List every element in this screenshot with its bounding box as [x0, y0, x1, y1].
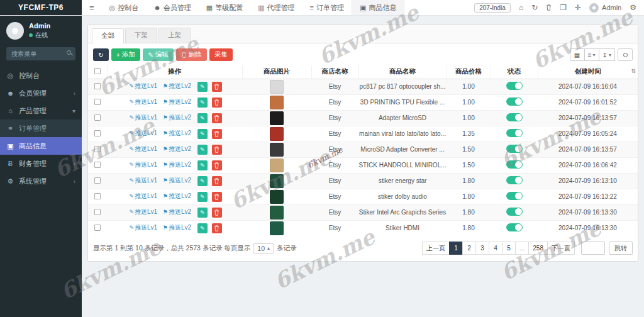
row-delete-button[interactable] [212, 223, 222, 233]
row-checkbox[interactable] [94, 146, 101, 152]
row-edit-button[interactable]: ✎ [197, 113, 208, 123]
row-edit-button[interactable]: ✎ [197, 208, 208, 218]
tab-on-shelf[interactable]: 上架 [158, 28, 191, 43]
sidebar-item-product-info[interactable]: ▣商品信息 [0, 137, 82, 155]
push-lv2-link[interactable]: ⚑推送Lv2 [163, 98, 191, 105]
row-edit-button[interactable]: ✎ [197, 223, 208, 233]
status-toggle[interactable] [506, 208, 523, 216]
search-input[interactable] [6, 47, 75, 60]
topbar-item-levels[interactable]: ▦等级配置 [199, 0, 250, 15]
push-lv1-link[interactable]: ✎推送Lv1 [129, 145, 157, 152]
page-button-4[interactable]: 4 [489, 242, 502, 255]
push-lv2-link[interactable]: ⚑推送Lv2 [163, 82, 191, 89]
row-edit-button[interactable]: ✎ [197, 82, 208, 92]
header-status[interactable]: 状态 [491, 65, 538, 79]
row-checkbox[interactable] [94, 130, 101, 136]
push-lv2-link[interactable]: ⚑推送Lv2 [163, 208, 191, 215]
row-checkbox[interactable] [94, 162, 101, 168]
row-checkbox[interactable] [94, 83, 101, 89]
topbar-item-agents[interactable]: ▥代理管理 [250, 0, 302, 15]
row-delete-button[interactable] [212, 176, 222, 186]
push-lv2-link[interactable]: ⚑推送Lv2 [163, 145, 191, 152]
push-lv1-link[interactable]: ✎推送Lv1 [129, 192, 157, 199]
status-toggle[interactable] [506, 223, 523, 231]
row-checkbox[interactable] [94, 114, 101, 121]
sidebar-item-finance[interactable]: Ƀ财务管理‹ [0, 155, 82, 172]
sidebar-toggle-button[interactable]: ≡ [82, 0, 102, 15]
page-size-select[interactable]: 10▴ [253, 243, 274, 253]
row-edit-button[interactable]: ✎ [197, 176, 208, 186]
header-created-time[interactable]: 创建时间⇅ [538, 65, 638, 79]
row-checkbox[interactable] [94, 193, 101, 199]
trash-icon[interactable] [546, 4, 552, 11]
next-page-button[interactable]: 下一页 [547, 242, 575, 255]
columns-button[interactable]: ≡▾ [584, 48, 599, 61]
topbar-item-orders[interactable]: ≡订单管理 [303, 0, 352, 15]
header-product-name[interactable]: 商品名称 [358, 65, 447, 79]
row-delete-button[interactable] [212, 192, 222, 202]
topbar-item-members[interactable]: ☻会员管理 [146, 0, 199, 15]
header-price[interactable]: 商品价格 [447, 65, 491, 79]
clipboard-icon[interactable]: ❐ [560, 3, 567, 12]
status-toggle[interactable] [506, 192, 523, 200]
page-button-5[interactable]: 5 [502, 242, 516, 255]
push-lv2-link[interactable]: ⚑推送Lv2 [163, 130, 191, 136]
header-operations[interactable]: 操作 [107, 65, 242, 79]
page-button-3[interactable]: 3 [475, 242, 489, 255]
refresh-button[interactable]: ↻ [93, 48, 109, 61]
toggle-view-button[interactable]: ▦ [570, 48, 585, 61]
topbar-item-products[interactable]: ▣商品信息 [352, 0, 404, 15]
push-lv1-link[interactable]: ✎推送Lv1 [129, 224, 157, 231]
sidebar-item-members[interactable]: ☻会员管理‹ [0, 84, 82, 102]
push-lv2-link[interactable]: ⚑推送Lv2 [163, 114, 191, 121]
jump-button[interactable]: 跳转 [609, 242, 633, 255]
push-lv1-link[interactable]: ✎推送Lv1 [129, 114, 157, 121]
sidebar-item-orders[interactable]: ≡订单管理 [0, 120, 82, 137]
region-badge[interactable]: 207-India [474, 3, 511, 13]
row-delete-button[interactable] [212, 160, 222, 170]
select-all-checkbox[interactable] [94, 68, 101, 74]
topbar-item-dashboard[interactable]: ◎控制台 [102, 0, 147, 15]
row-edit-button[interactable]: ✎ [197, 145, 208, 155]
header-product-image[interactable]: 商品图片 [242, 65, 311, 79]
tab-all[interactable]: 全部 [92, 28, 124, 43]
refresh-icon[interactable]: ↻ [531, 3, 538, 12]
settings-gear-icon[interactable]: ⚙ [630, 3, 636, 12]
status-toggle[interactable] [506, 97, 523, 106]
row-delete-button[interactable] [212, 82, 222, 92]
status-toggle[interactable] [506, 82, 523, 90]
tab-off-shelf[interactable]: 下架 [125, 28, 157, 43]
push-lv1-link[interactable]: ✎推送Lv1 [129, 177, 157, 184]
header-store-name[interactable]: 商店名称 [311, 65, 358, 79]
delete-button[interactable]: 删除 [176, 48, 207, 61]
row-checkbox[interactable] [94, 177, 101, 184]
push-lv1-link[interactable]: ✎推送Lv1 [129, 161, 157, 168]
row-delete-button[interactable] [212, 97, 222, 108]
row-delete-button[interactable] [212, 113, 222, 123]
push-lv2-link[interactable]: ⚑推送Lv2 [163, 177, 191, 184]
row-edit-button[interactable]: ✎ [197, 129, 208, 139]
row-delete-button[interactable] [212, 145, 222, 155]
search-button[interactable] [618, 48, 633, 61]
export-button[interactable]: ↧▾ [599, 48, 615, 61]
status-toggle[interactable] [506, 113, 523, 121]
push-lv2-link[interactable]: ⚑推送Lv2 [163, 192, 191, 199]
add-button[interactable]: +添加 [111, 48, 140, 61]
row-edit-button[interactable]: ✎ [197, 192, 208, 202]
row-edit-button[interactable]: ✎ [197, 160, 208, 170]
edit-button[interactable]: ✎编辑 [143, 48, 174, 61]
status-toggle[interactable] [506, 176, 523, 184]
sidebar-item-system[interactable]: ⚙系统管理‹ [0, 172, 82, 190]
home-icon[interactable]: ⌂ [519, 3, 523, 12]
collect-button[interactable]: 采集 [209, 48, 233, 61]
push-lv1-link[interactable]: ✎推送Lv1 [129, 82, 157, 89]
jump-page-input[interactable] [581, 242, 605, 255]
status-toggle[interactable] [506, 145, 523, 153]
page-button-258[interactable]: 258 [528, 242, 548, 255]
page-button-1[interactable]: 1 [449, 242, 463, 255]
sort-icon[interactable]: ⇅ [631, 68, 636, 74]
row-delete-button[interactable] [212, 208, 222, 218]
push-lv2-link[interactable]: ⚑推送Lv2 [163, 224, 191, 231]
row-checkbox[interactable] [94, 99, 101, 105]
push-lv1-link[interactable]: ✎推送Lv1 [129, 130, 157, 136]
